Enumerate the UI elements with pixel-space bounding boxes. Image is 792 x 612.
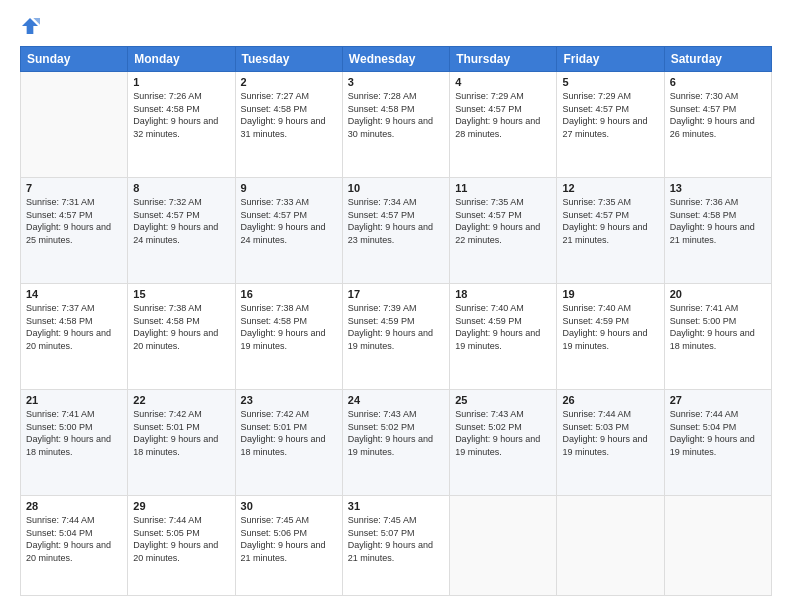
day-number: 13 <box>670 182 766 194</box>
calendar-cell: 15Sunrise: 7:38 AMSunset: 4:58 PMDayligh… <box>128 284 235 390</box>
calendar-cell: 11Sunrise: 7:35 AMSunset: 4:57 PMDayligh… <box>450 178 557 284</box>
svg-marker-0 <box>22 18 38 34</box>
day-number: 8 <box>133 182 229 194</box>
calendar-cell: 23Sunrise: 7:42 AMSunset: 5:01 PMDayligh… <box>235 390 342 496</box>
day-info: Sunrise: 7:44 AMSunset: 5:03 PMDaylight:… <box>562 408 658 458</box>
weekday-header-thursday: Thursday <box>450 47 557 72</box>
day-number: 7 <box>26 182 122 194</box>
calendar-cell: 21Sunrise: 7:41 AMSunset: 5:00 PMDayligh… <box>21 390 128 496</box>
day-info: Sunrise: 7:43 AMSunset: 5:02 PMDaylight:… <box>455 408 551 458</box>
calendar-cell <box>557 496 664 596</box>
day-info: Sunrise: 7:28 AMSunset: 4:58 PMDaylight:… <box>348 90 444 140</box>
day-number: 30 <box>241 500 337 512</box>
day-info: Sunrise: 7:33 AMSunset: 4:57 PMDaylight:… <box>241 196 337 246</box>
day-number: 23 <box>241 394 337 406</box>
day-number: 3 <box>348 76 444 88</box>
day-info: Sunrise: 7:29 AMSunset: 4:57 PMDaylight:… <box>562 90 658 140</box>
weekday-header-tuesday: Tuesday <box>235 47 342 72</box>
day-number: 24 <box>348 394 444 406</box>
week-row-1: 7Sunrise: 7:31 AMSunset: 4:57 PMDaylight… <box>21 178 772 284</box>
calendar-cell: 29Sunrise: 7:44 AMSunset: 5:05 PMDayligh… <box>128 496 235 596</box>
day-number: 4 <box>455 76 551 88</box>
calendar-cell: 16Sunrise: 7:38 AMSunset: 4:58 PMDayligh… <box>235 284 342 390</box>
day-number: 29 <box>133 500 229 512</box>
calendar-cell <box>664 496 771 596</box>
calendar-table: SundayMondayTuesdayWednesdayThursdayFrid… <box>20 46 772 596</box>
calendar-cell: 9Sunrise: 7:33 AMSunset: 4:57 PMDaylight… <box>235 178 342 284</box>
calendar-cell <box>450 496 557 596</box>
page: SundayMondayTuesdayWednesdayThursdayFrid… <box>0 0 792 612</box>
day-number: 22 <box>133 394 229 406</box>
day-info: Sunrise: 7:35 AMSunset: 4:57 PMDaylight:… <box>562 196 658 246</box>
week-row-0: 1Sunrise: 7:26 AMSunset: 4:58 PMDaylight… <box>21 72 772 178</box>
week-row-2: 14Sunrise: 7:37 AMSunset: 4:58 PMDayligh… <box>21 284 772 390</box>
day-info: Sunrise: 7:27 AMSunset: 4:58 PMDaylight:… <box>241 90 337 140</box>
header <box>20 16 772 36</box>
day-number: 6 <box>670 76 766 88</box>
calendar-cell: 6Sunrise: 7:30 AMSunset: 4:57 PMDaylight… <box>664 72 771 178</box>
calendar-cell: 4Sunrise: 7:29 AMSunset: 4:57 PMDaylight… <box>450 72 557 178</box>
calendar-cell <box>21 72 128 178</box>
calendar-cell: 8Sunrise: 7:32 AMSunset: 4:57 PMDaylight… <box>128 178 235 284</box>
week-row-4: 28Sunrise: 7:44 AMSunset: 5:04 PMDayligh… <box>21 496 772 596</box>
day-number: 31 <box>348 500 444 512</box>
day-info: Sunrise: 7:41 AMSunset: 5:00 PMDaylight:… <box>670 302 766 352</box>
week-row-3: 21Sunrise: 7:41 AMSunset: 5:00 PMDayligh… <box>21 390 772 496</box>
calendar-cell: 30Sunrise: 7:45 AMSunset: 5:06 PMDayligh… <box>235 496 342 596</box>
day-info: Sunrise: 7:35 AMSunset: 4:57 PMDaylight:… <box>455 196 551 246</box>
day-number: 9 <box>241 182 337 194</box>
day-number: 2 <box>241 76 337 88</box>
day-info: Sunrise: 7:44 AMSunset: 5:05 PMDaylight:… <box>133 514 229 564</box>
day-info: Sunrise: 7:42 AMSunset: 5:01 PMDaylight:… <box>133 408 229 458</box>
day-info: Sunrise: 7:37 AMSunset: 4:58 PMDaylight:… <box>26 302 122 352</box>
day-info: Sunrise: 7:29 AMSunset: 4:57 PMDaylight:… <box>455 90 551 140</box>
day-number: 5 <box>562 76 658 88</box>
day-info: Sunrise: 7:32 AMSunset: 4:57 PMDaylight:… <box>133 196 229 246</box>
calendar-cell: 2Sunrise: 7:27 AMSunset: 4:58 PMDaylight… <box>235 72 342 178</box>
day-number: 1 <box>133 76 229 88</box>
calendar-cell: 14Sunrise: 7:37 AMSunset: 4:58 PMDayligh… <box>21 284 128 390</box>
day-info: Sunrise: 7:44 AMSunset: 5:04 PMDaylight:… <box>670 408 766 458</box>
day-info: Sunrise: 7:39 AMSunset: 4:59 PMDaylight:… <box>348 302 444 352</box>
day-info: Sunrise: 7:45 AMSunset: 5:06 PMDaylight:… <box>241 514 337 564</box>
day-number: 19 <box>562 288 658 300</box>
logo-icon <box>20 16 40 36</box>
calendar-cell: 31Sunrise: 7:45 AMSunset: 5:07 PMDayligh… <box>342 496 449 596</box>
day-info: Sunrise: 7:43 AMSunset: 5:02 PMDaylight:… <box>348 408 444 458</box>
calendar-cell: 28Sunrise: 7:44 AMSunset: 5:04 PMDayligh… <box>21 496 128 596</box>
day-info: Sunrise: 7:34 AMSunset: 4:57 PMDaylight:… <box>348 196 444 246</box>
weekday-header-wednesday: Wednesday <box>342 47 449 72</box>
weekday-header-saturday: Saturday <box>664 47 771 72</box>
day-number: 10 <box>348 182 444 194</box>
day-number: 15 <box>133 288 229 300</box>
day-number: 25 <box>455 394 551 406</box>
day-info: Sunrise: 7:26 AMSunset: 4:58 PMDaylight:… <box>133 90 229 140</box>
day-info: Sunrise: 7:30 AMSunset: 4:57 PMDaylight:… <box>670 90 766 140</box>
day-number: 27 <box>670 394 766 406</box>
calendar-cell: 24Sunrise: 7:43 AMSunset: 5:02 PMDayligh… <box>342 390 449 496</box>
calendar-cell: 25Sunrise: 7:43 AMSunset: 5:02 PMDayligh… <box>450 390 557 496</box>
calendar-cell: 10Sunrise: 7:34 AMSunset: 4:57 PMDayligh… <box>342 178 449 284</box>
day-info: Sunrise: 7:45 AMSunset: 5:07 PMDaylight:… <box>348 514 444 564</box>
day-number: 11 <box>455 182 551 194</box>
day-number: 16 <box>241 288 337 300</box>
calendar-cell: 18Sunrise: 7:40 AMSunset: 4:59 PMDayligh… <box>450 284 557 390</box>
calendar-cell: 1Sunrise: 7:26 AMSunset: 4:58 PMDaylight… <box>128 72 235 178</box>
calendar-cell: 27Sunrise: 7:44 AMSunset: 5:04 PMDayligh… <box>664 390 771 496</box>
day-info: Sunrise: 7:44 AMSunset: 5:04 PMDaylight:… <box>26 514 122 564</box>
weekday-header-sunday: Sunday <box>21 47 128 72</box>
day-info: Sunrise: 7:40 AMSunset: 4:59 PMDaylight:… <box>562 302 658 352</box>
weekday-header-friday: Friday <box>557 47 664 72</box>
day-number: 12 <box>562 182 658 194</box>
day-info: Sunrise: 7:40 AMSunset: 4:59 PMDaylight:… <box>455 302 551 352</box>
day-info: Sunrise: 7:38 AMSunset: 4:58 PMDaylight:… <box>133 302 229 352</box>
day-number: 20 <box>670 288 766 300</box>
calendar-cell: 17Sunrise: 7:39 AMSunset: 4:59 PMDayligh… <box>342 284 449 390</box>
day-info: Sunrise: 7:36 AMSunset: 4:58 PMDaylight:… <box>670 196 766 246</box>
day-number: 28 <box>26 500 122 512</box>
day-info: Sunrise: 7:42 AMSunset: 5:01 PMDaylight:… <box>241 408 337 458</box>
day-number: 26 <box>562 394 658 406</box>
calendar-cell: 26Sunrise: 7:44 AMSunset: 5:03 PMDayligh… <box>557 390 664 496</box>
day-info: Sunrise: 7:41 AMSunset: 5:00 PMDaylight:… <box>26 408 122 458</box>
day-info: Sunrise: 7:31 AMSunset: 4:57 PMDaylight:… <box>26 196 122 246</box>
